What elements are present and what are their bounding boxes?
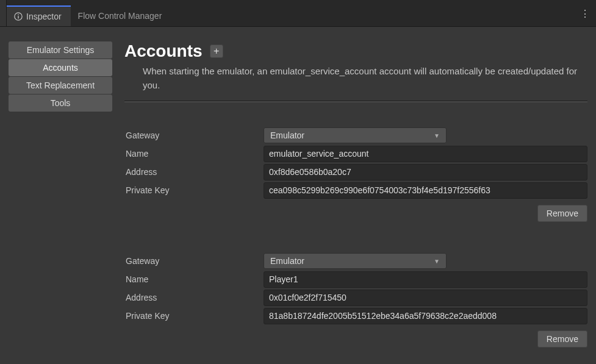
context-menu-icon[interactable]: ⋮ xyxy=(580,7,590,19)
info-icon xyxy=(14,12,23,21)
dropdown-value: Emulator xyxy=(270,256,304,266)
address-input[interactable] xyxy=(264,290,587,306)
sidebar-item-text-replacement[interactable]: Text Replacement xyxy=(9,77,112,94)
private-key-label: Private Key xyxy=(124,185,264,195)
tab-bar: Inspector Flow Control Manager ⋮ xyxy=(0,0,596,27)
address-label: Address xyxy=(124,167,264,177)
name-input[interactable] xyxy=(264,146,587,162)
remove-button[interactable]: Remove xyxy=(537,330,587,348)
tab-inspector[interactable]: Inspector xyxy=(7,5,71,26)
sidebar-item-emulator-settings[interactable]: Emulator Settings xyxy=(9,41,112,59)
svg-rect-2 xyxy=(18,15,18,15)
sidebar-item-accounts[interactable]: Accounts xyxy=(9,59,112,76)
dropdown-value: Emulator xyxy=(270,130,304,140)
page-description: When starting the emulator, an emulator_… xyxy=(124,65,587,92)
remove-button[interactable]: Remove xyxy=(537,205,587,222)
chevron-down-icon: ▼ xyxy=(434,132,440,139)
sidebar: Emulator Settings Accounts Text Replacem… xyxy=(0,41,116,364)
address-input[interactable] xyxy=(264,164,587,180)
gateway-dropdown[interactable]: Emulator ▼ xyxy=(264,253,447,269)
chevron-down-icon: ▼ xyxy=(434,258,440,265)
gateway-label: Gateway xyxy=(124,256,264,266)
tab-label: Flow Control Manager xyxy=(78,11,162,21)
account-block: Gateway Emulator ▼ Name Address xyxy=(124,252,587,348)
tab-flow-control-manager[interactable]: Flow Control Manager xyxy=(71,5,171,26)
name-input[interactable] xyxy=(264,271,587,288)
tab-label: Inspector xyxy=(26,12,62,21)
gateway-label: Gateway xyxy=(124,130,264,140)
private-key-label: Private Key xyxy=(124,311,264,321)
sidebar-item-tools[interactable]: Tools xyxy=(9,95,112,112)
address-label: Address xyxy=(124,293,264,302)
gateway-dropdown[interactable]: Emulator ▼ xyxy=(264,127,447,143)
content-area: Accounts + When starting the emulator, a… xyxy=(116,41,596,364)
svg-rect-1 xyxy=(18,16,18,18)
name-label: Name xyxy=(124,149,264,159)
account-block: Gateway Emulator ▼ Name Address xyxy=(124,127,587,222)
page-title: Accounts xyxy=(124,41,203,61)
divider xyxy=(124,101,587,102)
add-account-button[interactable]: + xyxy=(210,45,223,58)
name-label: Name xyxy=(124,274,264,284)
private-key-input[interactable] xyxy=(264,308,587,324)
private-key-input[interactable] xyxy=(264,182,587,199)
